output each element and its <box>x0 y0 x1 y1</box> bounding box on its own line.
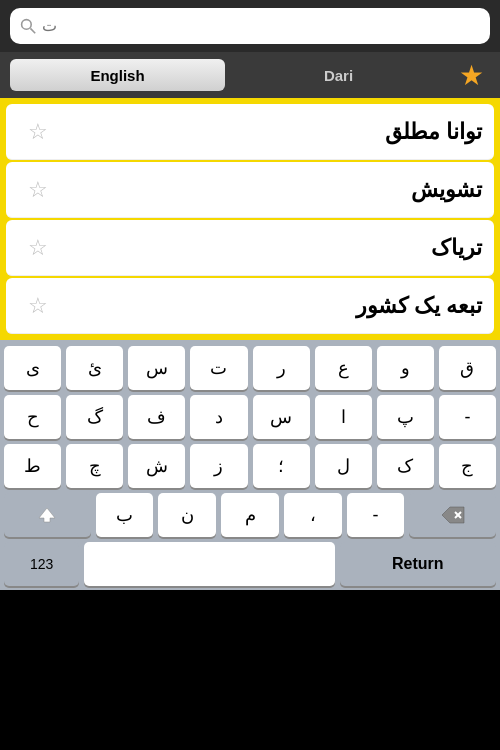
search-input-wrapper <box>10 8 490 44</box>
number-key[interactable]: 123 <box>4 542 79 586</box>
favorites-star-button[interactable]: ★ <box>452 56 490 94</box>
keyboard-row-3: ط چ ش ز ؛ ل ک ج <box>4 444 496 488</box>
svg-marker-2 <box>39 508 55 522</box>
key-sin2[interactable]: س <box>253 395 310 439</box>
key-kaf[interactable]: ک <box>377 444 434 488</box>
search-input[interactable] <box>42 17 480 35</box>
key-zain[interactable]: ز <box>190 444 247 488</box>
key-comma[interactable]: ، <box>284 493 342 537</box>
keyboard-row-2: ح گ ف د س ا پ - <box>4 395 496 439</box>
keyboard-row-4: ب ن م ، - <box>4 493 496 537</box>
word-star-icon[interactable]: ☆ <box>28 293 48 319</box>
english-lang-button[interactable]: English <box>10 59 225 91</box>
dari-lang-button[interactable]: Dari <box>231 59 446 91</box>
key-semicolon[interactable]: ؛ <box>253 444 310 488</box>
word-text: تبعه یک کشور <box>48 293 482 319</box>
key-ha[interactable]: ح <box>4 395 61 439</box>
key-lam[interactable]: ل <box>315 444 372 488</box>
lang-toggle-bar: English Dari ★ <box>0 52 500 98</box>
space-key[interactable] <box>84 542 334 586</box>
key-waw[interactable]: و <box>377 346 434 390</box>
word-text: توانا مطلق <box>48 119 482 145</box>
key-dash[interactable]: - <box>439 395 496 439</box>
keyboard-row-1: ی ئ س ت ر ع و ق <box>4 346 496 390</box>
key-ra[interactable]: ر <box>253 346 310 390</box>
key-jim[interactable]: ج <box>439 444 496 488</box>
key-sin[interactable]: س <box>128 346 185 390</box>
star-icon: ★ <box>459 59 484 92</box>
word-star-icon[interactable]: ☆ <box>28 119 48 145</box>
search-bar <box>0 0 500 52</box>
word-text: تشویش <box>48 177 482 203</box>
key-shin[interactable]: ش <box>128 444 185 488</box>
key-ta2[interactable]: ط <box>4 444 61 488</box>
key-pe[interactable]: پ <box>377 395 434 439</box>
backspace-key[interactable] <box>409 493 496 537</box>
key-ba[interactable]: ب <box>96 493 154 537</box>
key-ain[interactable]: ع <box>315 346 372 390</box>
key-dash2[interactable]: - <box>347 493 405 537</box>
word-star-icon[interactable]: ☆ <box>28 177 48 203</box>
key-fa[interactable]: ف <box>128 395 185 439</box>
list-item[interactable]: توانا مطلق ☆ <box>6 104 494 160</box>
key-ta[interactable]: ت <box>190 346 247 390</box>
shift-key[interactable] <box>4 493 91 537</box>
key-nun[interactable]: ن <box>158 493 216 537</box>
word-star-icon[interactable]: ☆ <box>28 235 48 261</box>
return-key[interactable]: Return <box>340 542 497 586</box>
key-ya[interactable]: ی <box>4 346 61 390</box>
arabic-keyboard: ی ئ س ت ر ع و ق ح گ ف د س ا پ - ط چ ش ز … <box>0 340 500 590</box>
search-icon <box>20 18 36 34</box>
key-alef[interactable]: ا <box>315 395 372 439</box>
svg-point-0 <box>22 20 32 30</box>
keyboard-row-5: 123 Return <box>4 542 496 586</box>
key-gaf[interactable]: گ <box>66 395 123 439</box>
svg-line-1 <box>30 28 35 33</box>
word-text: تریاک <box>48 235 482 261</box>
list-item[interactable]: تشویش ☆ <box>6 162 494 218</box>
word-list: توانا مطلق ☆ تشویش ☆ تریاک ☆ تبعه یک کشو… <box>0 98 500 340</box>
list-item[interactable]: تریاک ☆ <box>6 220 494 276</box>
key-qaf[interactable]: ق <box>439 346 496 390</box>
key-che[interactable]: چ <box>66 444 123 488</box>
key-dal[interactable]: د <box>190 395 247 439</box>
key-mim[interactable]: م <box>221 493 279 537</box>
key-ya2[interactable]: ئ <box>66 346 123 390</box>
list-item[interactable]: تبعه یک کشور ☆ <box>6 278 494 334</box>
